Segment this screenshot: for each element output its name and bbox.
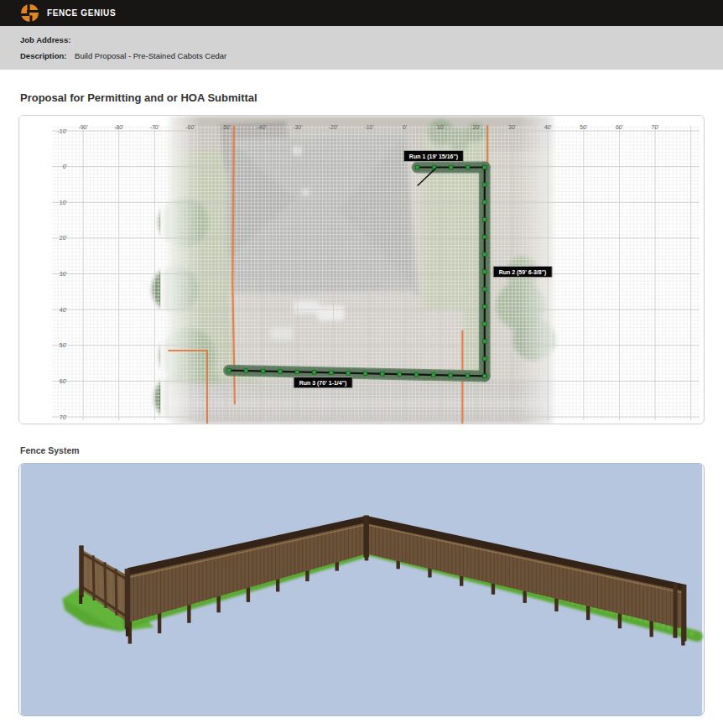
fence-post: [482, 356, 486, 361]
fence-post: [482, 200, 486, 205]
fence-post: [482, 374, 486, 378]
end-post-a: [674, 583, 678, 638]
fence-post: [346, 372, 351, 376]
y-tick-label: 60': [60, 378, 67, 384]
x-tick-label: 40': [544, 124, 552, 130]
corner-post: [363, 516, 368, 558]
x-tick-label: -20': [329, 124, 338, 130]
x-tick-label: 60': [616, 124, 623, 130]
content: Proposal for Permitting and or HOA Submi…: [0, 91, 723, 716]
app-header: FENCE GENIUS: [0, 0, 723, 26]
y-tick-label: 10': [60, 200, 67, 205]
y-tick-label: 70': [60, 414, 67, 420]
fence-post: [432, 373, 436, 377]
fence-post: [295, 370, 299, 374]
fence-post: [398, 372, 402, 377]
fence-post: [482, 217, 486, 221]
x-tick-label: -50': [221, 124, 231, 130]
fence-post: [363, 372, 367, 376]
fence-post: [312, 371, 316, 375]
x-tick-label: 10': [437, 124, 445, 130]
run-label: Run 1 (19' 15/16"): [403, 150, 464, 162]
fence-post: [227, 368, 231, 372]
proposal-title: Proposal for Permitting and or HOA Submi…: [20, 91, 703, 104]
fence-post: [466, 165, 470, 169]
fence-post: [381, 372, 385, 376]
proposal-page: FENCE GENIUS Job Address: Description: B…: [0, 0, 723, 728]
job-description-value: Build Proposal - Pre-Stained Cabots Ceda…: [75, 51, 226, 60]
y-tick-label: 0': [63, 164, 67, 169]
fence-post: [466, 374, 470, 378]
y-tick-label: 50': [60, 342, 67, 348]
y-tick-label: -10': [58, 128, 67, 134]
run-label: Run 3 (70' 1-1/4"): [294, 377, 353, 388]
end-post-b: [681, 585, 686, 642]
y-tick-label: 40': [60, 307, 67, 313]
x-tick-label: 20': [472, 124, 480, 130]
x-tick-label: 70': [652, 124, 659, 130]
x-tick-label: 50': [580, 124, 587, 130]
fence-post: [482, 270, 486, 274]
fence-post: [482, 304, 486, 309]
job-info-bar: Job Address: Description: Build Proposal…: [0, 26, 723, 70]
fence-post: [278, 370, 283, 374]
fence-system-title: Fence System: [20, 445, 703, 455]
x-tick-label: -90': [78, 124, 87, 130]
x-tick-label: -10': [364, 124, 373, 130]
fence-post: [261, 369, 265, 373]
fence-post: [415, 165, 419, 169]
job-description-row: Description: Build Proposal - Pre-Staine…: [20, 51, 703, 60]
fence-render-panel: [18, 463, 705, 716]
fence-post: [414, 372, 419, 377]
x-tick-label: -80': [114, 124, 123, 130]
job-address-row: Job Address:: [20, 35, 703, 44]
fence-post: [482, 340, 486, 344]
fence-genius-logo-icon: [20, 3, 39, 23]
fence-post: [330, 371, 334, 375]
x-tick-label: 0': [403, 124, 407, 130]
run-label: Run 2 (59' 6-3/8"): [493, 266, 553, 278]
y-tick-label: 30': [60, 271, 67, 277]
site-plan-drawing: -90'-80'-70'-60'-50'-40'-30'-20'-10'0'10…: [19, 116, 704, 424]
fence-post: [449, 165, 453, 169]
x-tick-label: -70': [150, 124, 159, 130]
x-tick-label: -40': [257, 124, 267, 130]
x-tick-label: 30': [508, 124, 516, 130]
x-tick-label: -30': [293, 124, 302, 130]
x-tick-label: -60': [185, 124, 195, 130]
fence-post: [482, 322, 486, 326]
fence-post: [482, 183, 486, 187]
fence-post: [482, 252, 486, 257]
job-description-label: Description:: [20, 51, 66, 60]
fence-post: [482, 287, 486, 291]
fence-post: [482, 235, 486, 239]
fence-post: [482, 165, 486, 169]
fence-post: [449, 373, 453, 377]
y-tick-label: 20': [60, 235, 67, 241]
fence-3d-render: [19, 464, 704, 715]
job-address-label: Job Address:: [20, 35, 70, 44]
fence-post: [244, 369, 248, 373]
site-plan-panel: -90'-80'-70'-60'-50'-40'-30'-20'-10'0'10…: [18, 115, 705, 424]
brand-name: FENCE GENIUS: [47, 8, 116, 18]
